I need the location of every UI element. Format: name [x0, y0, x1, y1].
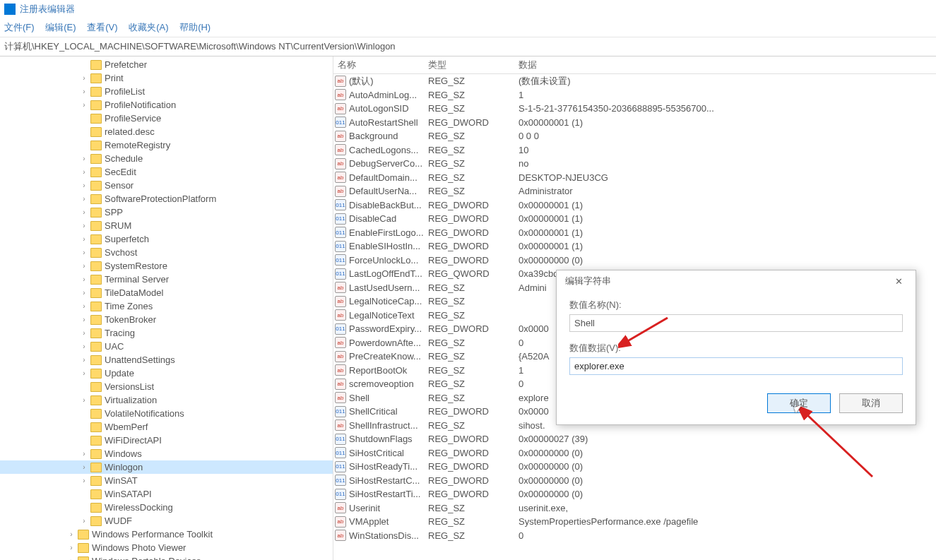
value-row[interactable]: 011ForceUnlockLo...REG_DWORD0x00000000 (… — [333, 254, 936, 268]
tree-item[interactable]: ›Terminal Server — [0, 273, 333, 286]
expand-icon[interactable]: › — [79, 289, 89, 297]
tree-item[interactable]: ›Update — [0, 367, 333, 380]
value-row[interactable]: abDefaultDomain...REG_SZDESKTOP-NJEU3CG — [333, 171, 936, 185]
tree-item[interactable]: ›Winlogon — [0, 460, 333, 474]
tree-item[interactable]: ProfileService — [0, 112, 333, 125]
expand-icon[interactable]: › — [79, 316, 89, 323]
tree-item[interactable]: ›Windows — [0, 447, 333, 460]
value-row[interactable]: abUserinitREG_SZuserinit.exe, — [333, 501, 936, 516]
expand-icon[interactable]: › — [79, 249, 89, 256]
value-row[interactable]: abAutoLogonSIDREG_SZS-1-5-21-3776154350-… — [333, 102, 936, 116]
tree-item[interactable]: ›ProfileNotification — [0, 98, 333, 112]
expand-icon[interactable]: › — [79, 463, 89, 471]
tree-item[interactable]: related.desc — [0, 125, 333, 138]
tree-item[interactable]: ›Sensor — [0, 179, 333, 192]
value-row[interactable]: 011EnableFirstLogo...REG_DWORD0x00000001… — [333, 226, 936, 240]
tree-item[interactable]: VolatileNotifications — [0, 407, 333, 420]
tree-item[interactable]: ›TileDataModel — [0, 286, 333, 299]
value-row[interactable]: abVMAppletREG_SZSystemPropertiesPerforma… — [333, 515, 936, 529]
menu-file[interactable]: 文件(F) — [4, 22, 35, 32]
expand-icon[interactable]: › — [79, 222, 89, 230]
tree-item[interactable]: ›WUDF — [0, 514, 333, 528]
tree-item[interactable]: WirelessDocking — [0, 501, 333, 514]
expand-icon[interactable]: › — [66, 557, 76, 560]
expand-icon[interactable]: › — [79, 101, 89, 109]
value-data-input[interactable] — [569, 357, 903, 375]
value-row[interactable]: abDebugServerCo...REG_SZno — [333, 157, 936, 171]
value-row[interactable]: abBackgroundREG_SZ0 0 0 — [333, 129, 936, 143]
tree-item[interactable]: ›Windows Photo Viewer — [0, 541, 333, 554]
tree-item[interactable]: ›SecEdit — [0, 165, 333, 179]
tree-item[interactable]: ›UnattendSettings — [0, 353, 333, 367]
tree-item[interactable]: ›Virtualization — [0, 393, 333, 407]
expand-icon[interactable]: › — [79, 356, 89, 364]
expand-icon[interactable]: › — [79, 450, 89, 458]
expand-icon[interactable]: › — [79, 195, 89, 203]
expand-icon[interactable]: › — [79, 262, 89, 270]
tree-item[interactable]: ›Windows Portable Devices — [0, 554, 333, 560]
expand-icon[interactable]: › — [79, 155, 89, 162]
tree-item[interactable]: ›SPP — [0, 205, 333, 219]
tree-item[interactable]: ›SoftwareProtectionPlatform — [0, 192, 333, 205]
expand-icon[interactable]: › — [79, 477, 89, 484]
tree-item[interactable]: ›Print — [0, 71, 333, 85]
address-bar[interactable]: 计算机\HKEY_LOCAL_MACHINE\SOFTWARE\Microsof… — [0, 37, 936, 56]
value-row[interactable]: 011AutoRestartShellREG_DWORD0x00000001 (… — [333, 116, 936, 130]
col-type[interactable]: 类型 — [428, 59, 519, 71]
tree-pane[interactable]: Prefetcher›Print›ProfileList›ProfileNoti… — [0, 56, 333, 560]
expand-icon[interactable]: › — [79, 88, 89, 95]
expand-icon[interactable]: › — [79, 168, 89, 176]
menu-view[interactable]: 查看(V) — [87, 22, 117, 32]
tree-item[interactable]: VersionsList — [0, 380, 333, 393]
tree-item[interactable]: Prefetcher — [0, 58, 333, 71]
value-row[interactable]: 011ShutdownFlagsREG_DWORD0x00000027 (39) — [333, 432, 936, 446]
tree-item[interactable]: ›Superfetch — [0, 232, 333, 246]
expand-icon[interactable]: › — [79, 329, 89, 337]
expand-icon[interactable]: › — [79, 342, 89, 350]
expand-icon[interactable]: › — [79, 181, 89, 189]
value-row[interactable]: 011SiHostRestartC...REG_DWORD0x00000000 … — [333, 474, 936, 488]
menu-help[interactable]: 帮助(H) — [179, 22, 211, 32]
value-row[interactable]: 011SiHostRestartTi...REG_DWORD0x00000000… — [333, 487, 936, 501]
close-icon[interactable]: ✕ — [890, 276, 907, 287]
expand-icon[interactable]: › — [79, 302, 89, 310]
tree-item[interactable]: ›UAC — [0, 340, 333, 353]
col-name[interactable]: 名称 — [333, 59, 428, 71]
value-row[interactable]: 011SiHostCriticalREG_DWORD0x00000000 (0) — [333, 446, 936, 460]
tree-item[interactable]: ›SystemRestore — [0, 259, 333, 273]
expand-icon[interactable]: › — [79, 517, 89, 525]
tree-item[interactable]: RemoteRegistry — [0, 138, 333, 152]
tree-item[interactable]: ›Time Zones — [0, 299, 333, 313]
expand-icon[interactable]: › — [79, 275, 89, 283]
value-row[interactable]: abWinStationsDis...REG_SZ0 — [333, 529, 936, 543]
value-row[interactable]: ab(默认)REG_SZ(数值未设置) — [333, 74, 936, 88]
tree-item[interactable]: ›Windows Performance Toolkit — [0, 528, 333, 541]
value-row[interactable]: 011EnableSIHostIn...REG_DWORD0x00000001 … — [333, 239, 936, 254]
tree-item[interactable]: WiFiDirectAPI — [0, 434, 333, 447]
tree-item[interactable]: ›Schedule — [0, 152, 333, 165]
expand-icon[interactable]: › — [79, 396, 89, 404]
tree-item[interactable]: WbemPerf — [0, 420, 333, 434]
tree-item[interactable]: ›ProfileList — [0, 85, 333, 98]
expand-icon[interactable]: › — [79, 208, 89, 216]
tree-item[interactable]: ›WinSAT — [0, 474, 333, 487]
tree-item[interactable]: ›Tracing — [0, 326, 333, 340]
tree-item[interactable]: WinSATAPI — [0, 487, 333, 501]
expand-icon[interactable]: › — [79, 369, 89, 377]
value-row[interactable]: abDefaultUserNa...REG_SZAdministrator — [333, 184, 936, 198]
value-row[interactable]: 011DisableBackBut...REG_DWORD0x00000001 … — [333, 198, 936, 213]
expand-icon[interactable]: › — [66, 530, 76, 538]
col-data[interactable]: 数据 — [519, 59, 936, 71]
value-row[interactable]: 011DisableCadREG_DWORD0x00000001 (1) — [333, 212, 936, 226]
expand-icon[interactable]: › — [79, 74, 89, 82]
menu-favorites[interactable]: 收藏夹(A) — [129, 22, 168, 32]
tree-item[interactable]: ›SRUM — [0, 219, 333, 232]
value-row[interactable]: 011SiHostReadyTi...REG_DWORD0x00000000 (… — [333, 460, 936, 474]
menu-edit[interactable]: 编辑(E) — [45, 22, 76, 32]
value-row[interactable]: abCachedLogons...REG_SZ10 — [333, 143, 936, 157]
tree-item[interactable]: ›Svchost — [0, 246, 333, 259]
tree-item[interactable]: ›TokenBroker — [0, 313, 333, 326]
expand-icon[interactable]: › — [79, 235, 89, 243]
cancel-button[interactable]: 取消 — [839, 393, 903, 413]
expand-icon[interactable]: › — [66, 544, 76, 552]
